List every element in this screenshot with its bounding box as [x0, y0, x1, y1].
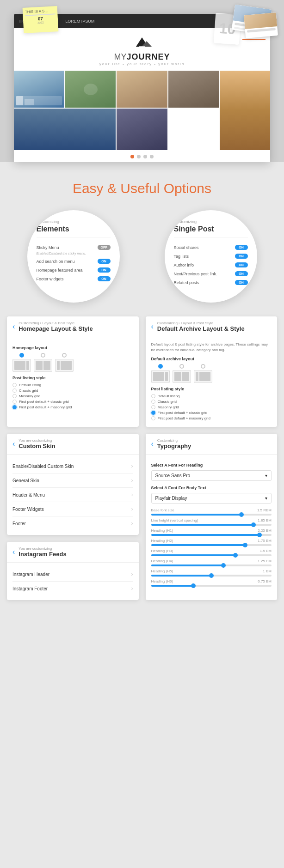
radio-masonry-grid[interactable]: Masonry grid [12, 394, 133, 398]
heading-font-select[interactable]: Source Sans Pro ▾ [151, 470, 272, 481]
custom-skin-item-5[interactable]: Footer › [12, 516, 133, 530]
custom-skin-header: ‹ You are customizing Custom Skin [7, 434, 139, 455]
archive-radio-default[interactable]: Default listing [151, 394, 272, 398]
instagram-header-label: Instagram Header [12, 572, 49, 577]
dot-1[interactable] [130, 155, 134, 158]
archive-radio-3 [201, 364, 205, 369]
custom-skin-item-1[interactable]: Enable/Disabled Custom Skin › [12, 459, 133, 473]
archive-preview-1 [151, 370, 170, 383]
h4-slider: Heading (H4) 1.25 EM [151, 559, 272, 566]
archive-radio-masonry[interactable]: Masonry grid [151, 405, 272, 409]
hero-image-grid [14, 71, 270, 151]
customizing-elements-card: Customizing Elements Sticky Menu OFF Ena… [27, 210, 120, 303]
arrow-4: › [131, 506, 133, 512]
custom-skin-item-3[interactable]: Header & Menu › [12, 488, 133, 502]
sticky-toggle[interactable]: OFF [98, 245, 111, 250]
single-title: Single Post [174, 225, 248, 237]
post-listing-label: Post listing style [12, 376, 133, 380]
archive-post-listing-label: Post listing style [151, 387, 272, 391]
body-font-arrow: ▾ [265, 496, 267, 501]
orange-accent-line [242, 39, 265, 40]
browser-navbar: HOME ABOUT ∨ LOREM IPSUM ⚲ [14, 14, 270, 28]
next-prev-toggle[interactable]: ON [235, 271, 248, 276]
nav-lorem[interactable]: LOREM IPSUM [65, 19, 94, 24]
dot-4[interactable] [150, 155, 154, 158]
instagram-footer-label: Instagram Footer [12, 586, 48, 591]
custom-skin-item-2[interactable]: General Skin › [12, 473, 133, 488]
archive-preview-2 [173, 370, 191, 383]
featured-toggle[interactable]: ON [98, 267, 111, 273]
tag-toggle[interactable]: ON [235, 254, 248, 259]
heading-font-value: Source Sans Pro [155, 473, 191, 478]
archive-layout-panel: ‹ Customizing › Layout & Post Style Defa… [146, 316, 278, 427]
arrow-1: › [131, 463, 133, 469]
archive-layout-options [151, 364, 272, 383]
instagram-back[interactable]: ‹ [12, 548, 15, 556]
archive-layout-opt-1[interactable] [151, 364, 170, 383]
dot-3[interactable] [143, 155, 147, 158]
nav-about[interactable]: ABOUT ∨ [39, 19, 58, 24]
homepage-layout-panel: ‹ Customizing › Layout & Post Style Home… [7, 316, 139, 427]
related-toggle[interactable]: ON [235, 280, 248, 285]
archive-panel-header: ‹ Customizing › Layout & Post Style Defa… [146, 316, 278, 337]
layout-opt-2[interactable] [34, 353, 52, 372]
arrow-3: › [131, 492, 133, 498]
instagram-header-item[interactable]: Instagram Header › [12, 567, 133, 582]
typography-title: Typography [157, 443, 191, 449]
dot-2[interactable] [137, 155, 141, 158]
radio-classic-grid[interactable]: Classic grid [12, 388, 133, 393]
hero-browser: HOME ABOUT ∨ LOREM IPSUM ⚲ MYJOURNEY you… [14, 14, 270, 162]
radio-first-masonry[interactable]: First post default + masonry grid [12, 405, 133, 409]
customizing-single-card: Customizing Single Post Social shares ON… [165, 210, 257, 303]
nav-home[interactable]: HOME [19, 19, 32, 24]
layout-opt-3[interactable] [55, 353, 74, 372]
elements-label: Customizing [37, 219, 111, 224]
body-font-select[interactable]: Playfair Display ▾ [151, 493, 272, 504]
hero-img-1 [14, 71, 64, 108]
homepage-back-button[interactable]: ‹ [12, 322, 15, 331]
elements-title: Elements [37, 225, 111, 237]
typography-back[interactable]: ‹ [151, 440, 154, 448]
homepage-panel-body: Homepage layout [7, 337, 139, 416]
archive-layout-opt-3[interactable] [194, 364, 212, 383]
archive-radio-classic[interactable]: Classic grid [151, 400, 272, 404]
layout-preview-1 [12, 359, 31, 372]
author-info-row: Author info ON [174, 261, 248, 269]
left-bottom-col: ‹ You are customizing Custom Skin Enable… [7, 434, 139, 600]
logo-mountain-icon [130, 36, 154, 50]
typography-header: ‹ Customizing Typography [146, 434, 278, 455]
radio-default-listing[interactable]: Default listing [12, 383, 133, 387]
radio-first-classic[interactable]: First post default + classic grid [12, 400, 133, 404]
arrow-2: › [131, 477, 133, 484]
layout-opt-1[interactable] [12, 353, 31, 372]
footer-widgets-toggle[interactable]: ON [98, 276, 111, 281]
search-icon[interactable]: ⚲ [260, 18, 265, 24]
heading-font-arrow: ▾ [265, 473, 267, 478]
related-posts-row: Related posts ON [174, 278, 248, 287]
footer-widgets-row: Footer widgets ON [37, 274, 111, 283]
featured-row: Homepage featured area ON [37, 266, 111, 274]
custom-skin-item-4[interactable]: Footer Widgets › [12, 502, 133, 516]
hero-img-3 [117, 71, 167, 108]
archive-back-button[interactable]: ‹ [151, 322, 154, 331]
next-prev-row: Next/Previous post link. ON [174, 269, 248, 278]
base-font-size-slider: Base font size 1.5 REM [151, 508, 272, 516]
section-title-area: Easy & Useful Options [0, 162, 284, 210]
custom-skin-subtitle: You are customizing [19, 438, 55, 443]
site-logo: MYJOURNEY your life • your story • your … [14, 28, 270, 71]
section-title-text: Easy & Useful Options [9, 181, 275, 196]
instagram-footer-item[interactable]: Instagram Footer › [12, 582, 133, 595]
homepage-breadcrumb: Customizing › Layout & Post Style [19, 321, 93, 325]
hero-img-4 [168, 71, 219, 108]
custom-skin-title: Custom Skin [19, 443, 55, 449]
archive-layout-opt-2[interactable] [173, 364, 191, 383]
single-label: Customizing [174, 219, 248, 224]
social-toggle[interactable]: ON [235, 245, 248, 250]
author-toggle[interactable]: ON [235, 262, 248, 267]
search-toggle[interactable]: ON [98, 259, 111, 264]
archive-radio-first-masonry[interactable]: First post default + masonry grid [151, 416, 272, 420]
homepage-panel-header: ‹ Customizing › Layout & Post Style Home… [7, 316, 139, 337]
archive-radio-first-classic[interactable]: First post default + classic grid [151, 411, 272, 415]
typography-panel: ‹ Customizing Typography Select A Font F… [146, 434, 278, 600]
custom-skin-back[interactable]: ‹ [12, 440, 15, 448]
